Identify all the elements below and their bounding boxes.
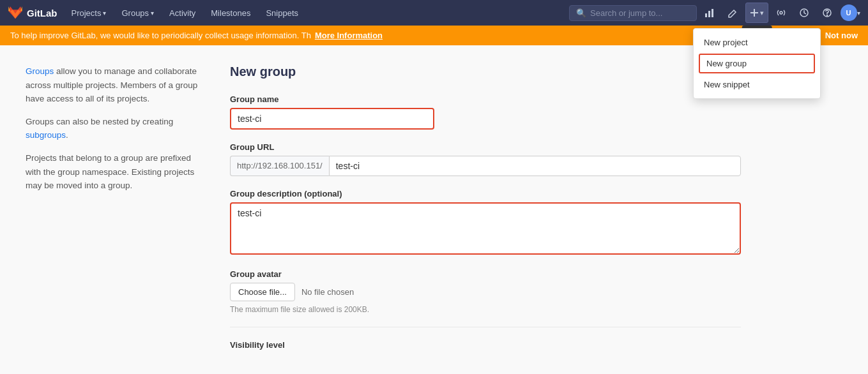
dropdown-new-group[interactable]: New group (699, 54, 815, 73)
nav-snippets[interactable]: Snippets (259, 6, 305, 20)
nav-projects[interactable]: Projects ▾ (65, 6, 113, 20)
nav-milestones[interactable]: Milestones (204, 6, 257, 20)
groups-link[interactable]: Groups (26, 66, 54, 76)
question-icon-btn[interactable] (817, 3, 837, 23)
svg-rect-0 (705, 13, 707, 17)
gitlab-icon (8, 5, 23, 20)
search-bar[interactable]: 🔍 Search or jump to... (569, 5, 697, 21)
svg-rect-1 (708, 11, 710, 17)
group-name-label: Group name (230, 94, 741, 104)
svg-rect-2 (712, 9, 713, 17)
avatar-upload-row: Choose file... No file chosen (230, 283, 741, 301)
sidebar-para3: Projects that belong to a group are pref… (26, 151, 204, 193)
nav-groups[interactable]: Groups ▾ (115, 6, 160, 20)
avatar: U (841, 4, 857, 21)
main-content: Groups allow you to manage and collabora… (0, 45, 766, 374)
group-desc-field: Group description (optional) (230, 189, 741, 257)
group-avatar-field: Group avatar Choose file... No file chos… (230, 269, 741, 314)
sidebar-description: Groups allow you to manage and collabora… (26, 64, 204, 363)
group-avatar-label: Group avatar (230, 269, 741, 279)
visibility-level-field: Visibility level (230, 340, 741, 350)
visibility-label: Visibility level (230, 340, 741, 350)
chart-icon-btn[interactable] (699, 3, 720, 23)
group-desc-textarea[interactable] (230, 202, 741, 255)
banner-text: To help improve GitLab, we would like to… (10, 31, 311, 40)
nav-icon-group: ▾ New... New project New group New snipp… (699, 3, 860, 23)
clock-icon-btn[interactable] (794, 3, 814, 23)
choose-file-button[interactable]: Choose file... (230, 283, 295, 301)
url-prefix: http://192.168.100.151/ (230, 156, 329, 176)
brand-logo[interactable]: GitLab (8, 5, 57, 20)
file-size-hint: The maximum file size allowed is 200KB. (230, 305, 741, 314)
chevron-down-icon: ▾ (760, 9, 764, 17)
more-info-link[interactable]: More Information (315, 31, 383, 40)
group-url-field: Group URL http://192.168.100.151/ (230, 142, 741, 176)
user-avatar-btn[interactable]: U ▾ (840, 3, 860, 23)
chevron-down-icon: ▾ (103, 10, 106, 17)
chevron-down-icon: ▾ (151, 10, 154, 17)
sidebar-para1: Groups allow you to manage and collabora… (26, 64, 204, 106)
nav-activity[interactable]: Activity (163, 6, 202, 20)
sidebar-para2: Groups can also be nested by creating su… (26, 115, 204, 142)
group-name-field: Group name (230, 94, 741, 130)
chevron-down-icon: ▾ (857, 10, 860, 17)
dropdown-new-project[interactable]: New project (694, 33, 820, 52)
svg-point-5 (780, 11, 782, 14)
not-now-btn[interactable]: Not now (825, 31, 858, 40)
group-desc-label: Group description (optional) (230, 189, 741, 198)
page-title: New group (230, 64, 741, 79)
new-group-form: New group Group name Group URL http://19… (230, 64, 741, 363)
subgroups-link[interactable]: subgroups (26, 130, 66, 140)
group-url-label: Group URL (230, 142, 741, 152)
svg-point-8 (827, 15, 828, 16)
broadcast-icon-btn[interactable] (771, 3, 791, 23)
section-divider (230, 327, 741, 327)
navbar: GitLab Projects ▾ Groups ▾ Activity Mile… (0, 0, 868, 26)
search-icon: 🔍 (576, 8, 586, 18)
group-name-input[interactable] (230, 108, 434, 130)
url-input-group: http://192.168.100.151/ (230, 156, 741, 176)
pen-icon-btn[interactable] (722, 3, 743, 23)
group-url-input[interactable] (329, 156, 741, 176)
dropdown-new-snippet[interactable]: New snippet (694, 75, 820, 94)
svg-rect-4 (750, 12, 758, 13)
no-file-label: No file chosen (301, 287, 354, 297)
brand-name: GitLab (27, 8, 57, 19)
new-btn-wrapper: ▾ New... New project New group New snipp… (745, 3, 768, 23)
new-button[interactable]: ▾ (745, 3, 768, 23)
new-dropdown-menu: New project New group New snippet (693, 28, 821, 99)
